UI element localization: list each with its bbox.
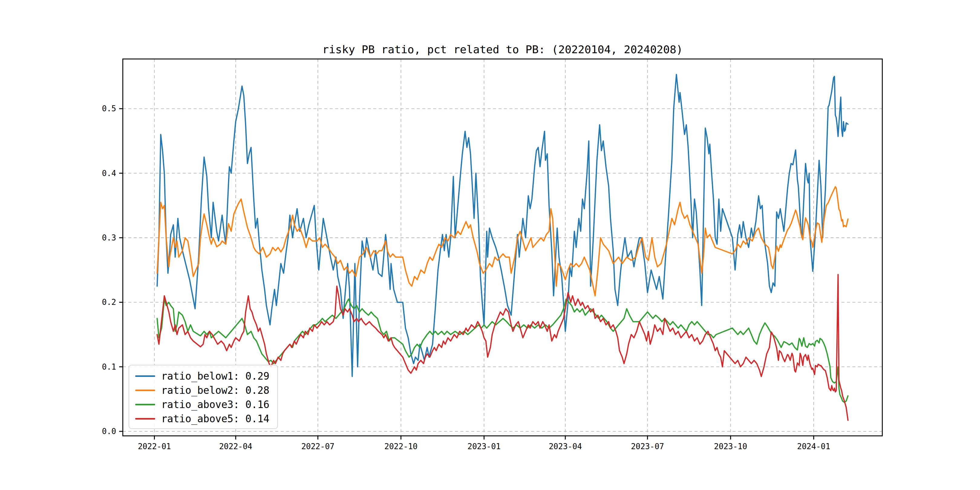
legend-line-swatch xyxy=(135,375,155,377)
y-axis-tick-label: 0.1 xyxy=(102,362,116,371)
y-axis-tick-label: 0.2 xyxy=(102,298,116,307)
legend-line-swatch xyxy=(135,418,155,420)
legend-label: ratio_above3: 0.16 xyxy=(161,398,269,412)
legend-label: ratio_above5: 0.14 xyxy=(161,412,269,426)
x-axis-tick-label: 2024-01 xyxy=(797,442,830,451)
legend-item-ratio_below1: ratio_below1: 0.29 xyxy=(135,369,269,383)
y-axis-tick-label: 0.0 xyxy=(102,427,116,436)
x-axis-tick-label: 2022-01 xyxy=(138,442,171,451)
x-axis-tick-label: 2023-01 xyxy=(468,442,501,451)
x-axis-tick-label: 2023-10 xyxy=(714,442,748,451)
x-axis-tick-label: 2023-04 xyxy=(549,442,582,451)
y-axis-tick-label: 0.5 xyxy=(102,104,116,113)
y-axis-tick-label: 0.4 xyxy=(102,169,116,178)
y-axis-tick-label: 0.3 xyxy=(102,233,116,242)
legend-item-ratio_below2: ratio_below2: 0.28 xyxy=(135,383,269,398)
x-axis-tick-label: 2022-04 xyxy=(219,442,252,451)
legend-item-ratio_above5: ratio_above5: 0.14 xyxy=(135,412,269,426)
legend-label: ratio_below2: 0.28 xyxy=(161,383,269,398)
x-axis-tick-label: 2022-07 xyxy=(301,442,334,451)
x-axis-tick-label: 2022-10 xyxy=(385,442,418,451)
legend-line-swatch xyxy=(135,404,155,405)
x-axis-tick-label: 2023-07 xyxy=(631,442,664,451)
legend-item-ratio_above3: ratio_above3: 0.16 xyxy=(135,398,269,412)
legend-label: ratio_below1: 0.29 xyxy=(161,369,269,383)
legend: ratio_below1: 0.29ratio_below2: 0.28rati… xyxy=(129,365,278,429)
legend-line-swatch xyxy=(135,390,155,391)
